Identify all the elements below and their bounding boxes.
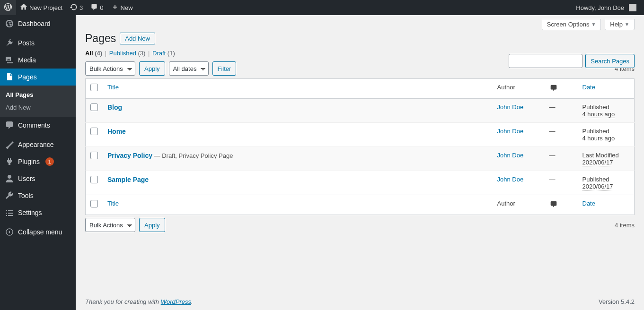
row-author-link[interactable]: John Doe: [497, 176, 524, 183]
row-date-status: Published: [582, 128, 609, 135]
items-count-bottom: 4 items: [615, 222, 635, 229]
row-date-value: 2020/06/17: [582, 183, 613, 190]
menu-tools[interactable]: Tools: [0, 187, 76, 204]
row-title-link[interactable]: Home: [107, 128, 126, 135]
apply-button-top[interactable]: Apply: [139, 61, 165, 76]
row-author-link[interactable]: John Doe: [497, 152, 524, 159]
row-comments: —: [549, 128, 556, 135]
menu-dashboard[interactable]: Dashboard: [0, 15, 76, 32]
table-row: Privacy Policy — Draft, Privacy Policy P…: [86, 147, 635, 171]
wordpress-icon: [4, 3, 12, 13]
row-comments: —: [549, 103, 556, 111]
update-icon: [70, 3, 78, 12]
new-content-menu[interactable]: New: [107, 0, 137, 15]
submenu-pages: All Pages Add New: [0, 86, 76, 117]
add-new-button[interactable]: Add New: [120, 33, 155, 44]
col-author: Author: [497, 84, 515, 91]
comment-bubble-icon: [549, 200, 558, 210]
menu-settings[interactable]: Settings: [0, 204, 76, 221]
select-all-bottom[interactable]: [90, 200, 98, 207]
admin-menu: Dashboard Posts Media Pages All Pages Ad…: [0, 15, 76, 310]
site-name-menu[interactable]: New Project: [16, 0, 66, 15]
help-button[interactable]: Help ▼: [605, 19, 635, 30]
row-date-status: Last Modified: [582, 152, 619, 159]
screen-options-button[interactable]: Screen Options ▼: [542, 19, 601, 30]
menu-settings-label: Settings: [18, 209, 42, 216]
new-label: New: [121, 4, 133, 11]
menu-dashboard-label: Dashboard: [18, 20, 51, 27]
footer-version: Version 5.4.2: [599, 298, 635, 305]
pin-icon: [5, 38, 14, 48]
filter-all[interactable]: All (4): [85, 50, 102, 57]
row-comments: —: [549, 176, 556, 183]
row-date-status: Published: [582, 103, 609, 111]
bulk-actions-select-top[interactable]: Bulk Actions: [85, 61, 135, 76]
submenu-add-new[interactable]: Add New: [0, 101, 76, 114]
row-checkbox[interactable]: [90, 176, 98, 183]
select-all-top[interactable]: [90, 84, 98, 91]
search-button[interactable]: Search Pages: [585, 54, 635, 68]
dates-filter-select[interactable]: All dates: [169, 61, 209, 76]
col-date[interactable]: Date: [582, 84, 595, 91]
updates-menu[interactable]: 3: [66, 0, 87, 15]
bulk-actions-select-bottom[interactable]: Bulk Actions: [85, 218, 135, 232]
footer: Thank you for creating with WordPress. V…: [76, 293, 644, 310]
plus-icon: [111, 3, 119, 12]
menu-users-label: Users: [18, 175, 35, 182]
search-input[interactable]: [509, 54, 582, 68]
filter-draft[interactable]: Draft (1): [152, 50, 175, 57]
post-state: — Draft, Privacy Policy Page: [152, 152, 233, 159]
comment-bubble-icon: [549, 84, 558, 94]
col-author-foot: Author: [497, 200, 515, 207]
comments-count: 0: [100, 4, 103, 11]
row-date-status: Published: [582, 176, 609, 183]
row-checkbox[interactable]: [90, 152, 98, 159]
row-date-value: 4 hours ago: [582, 135, 615, 142]
pages-table: Title Author Date BlogJohn Doe—Published…: [85, 78, 635, 215]
my-account-menu[interactable]: Howdy, John Doe: [572, 0, 640, 15]
updates-count: 3: [79, 4, 83, 11]
menu-collapse[interactable]: Collapse menu: [0, 224, 76, 241]
apply-button-bottom[interactable]: Apply: [139, 218, 165, 232]
row-date-value: 4 hours ago: [582, 111, 615, 118]
table-row: Sample PageJohn Doe—Published2020/06/17: [86, 171, 635, 195]
row-title-link[interactable]: Sample Page: [107, 176, 149, 183]
submenu-all-pages[interactable]: All Pages: [0, 88, 76, 101]
menu-comments[interactable]: Comments: [0, 117, 76, 134]
home-icon: [20, 3, 27, 12]
triangle-down-icon: ▼: [625, 22, 629, 27]
menu-posts[interactable]: Posts: [0, 34, 76, 52]
filter-button[interactable]: Filter: [212, 61, 237, 76]
row-title-link[interactable]: Privacy Policy: [107, 152, 152, 159]
admin-bar: New Project 3 0 New Howdy, John Doe: [0, 0, 644, 15]
menu-appearance[interactable]: Appearance: [0, 136, 76, 153]
col-title-foot[interactable]: Title: [107, 200, 119, 207]
comments-menu[interactable]: 0: [87, 0, 107, 15]
menu-collapse-label: Collapse menu: [18, 228, 62, 236]
row-checkbox[interactable]: [90, 128, 98, 135]
menu-tools-label: Tools: [18, 192, 34, 199]
menu-plugins-label: Plugins: [18, 158, 40, 165]
table-row: BlogJohn Doe—Published4 hours ago: [86, 99, 635, 123]
menu-users[interactable]: Users: [0, 170, 76, 187]
row-title-link[interactable]: Blog: [107, 103, 122, 111]
col-title[interactable]: Title: [107, 84, 119, 91]
row-author-link[interactable]: John Doe: [497, 128, 524, 135]
menu-pages-label: Pages: [18, 73, 37, 81]
filter-published[interactable]: Published (3): [109, 50, 146, 57]
menu-plugins[interactable]: Plugins 1: [0, 153, 76, 170]
col-date-foot[interactable]: Date: [582, 200, 595, 207]
settings-icon: [5, 208, 14, 217]
user-icon: [5, 174, 14, 183]
menu-media-label: Media: [18, 56, 36, 64]
wp-logo-menu[interactable]: [0, 0, 16, 15]
row-checkbox[interactable]: [90, 103, 98, 111]
footer-wordpress-link[interactable]: WordPress: [161, 298, 191, 305]
menu-media[interactable]: Media: [0, 52, 76, 69]
comment-icon: [90, 3, 98, 12]
row-author-link[interactable]: John Doe: [497, 103, 524, 111]
screen-options-label: Screen Options: [547, 21, 590, 28]
page-icon: [5, 72, 14, 82]
menu-pages[interactable]: Pages: [0, 69, 76, 86]
menu-appearance-label: Appearance: [18, 141, 54, 148]
